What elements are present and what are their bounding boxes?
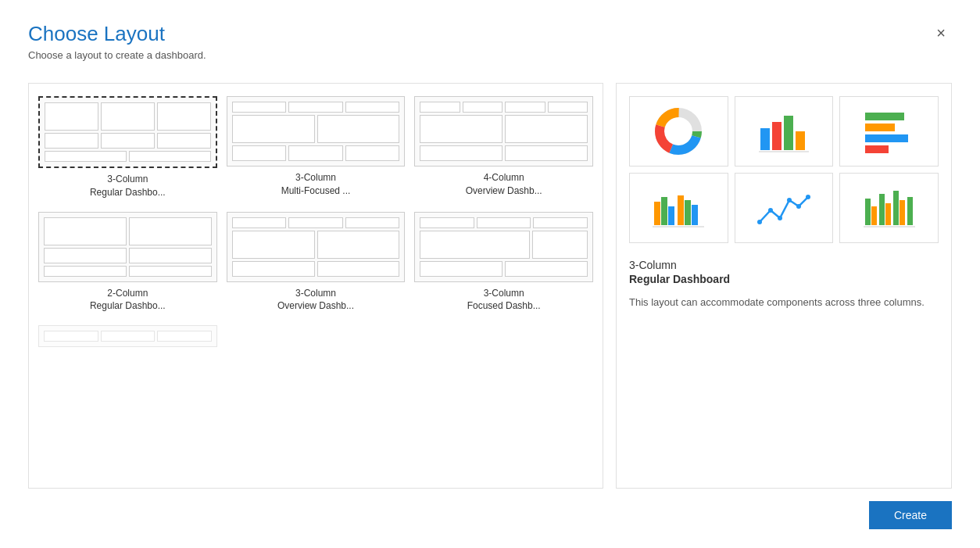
chart-thumb-hbar [839,96,939,167]
svg-point-22 [757,220,762,224]
chart-grid [629,96,939,243]
svg-point-26 [796,204,801,209]
layout-list-panel: 3-ColumnRegular Dashbo... [28,83,603,489]
preview-name-line1: 3-Column [629,259,939,271]
mini-cell [548,102,588,113]
mini-cell [45,133,98,149]
layout-label-3col-overview: 3-ColumnOverview Dashb... [277,287,354,313]
svg-rect-34 [907,197,913,225]
svg-rect-31 [885,203,891,225]
mini-cell [232,261,315,277]
title-block: Choose Layout Choose a layout to create … [28,22,206,61]
chart-thumb-bar3 [839,173,939,243]
mini-cell [317,115,400,143]
dialog-header: Choose Layout Choose a layout to create … [28,22,952,61]
mini-cell [420,261,503,277]
mini-cell [420,217,474,228]
svg-rect-17 [668,206,674,225]
svg-rect-18 [678,195,684,225]
mini-cell [288,145,343,161]
svg-rect-11 [865,113,904,120]
mini-cell [45,151,127,162]
svg-rect-13 [865,134,908,142]
mini-cell [345,145,400,161]
layout-item-partial[interactable] [38,325,217,352]
svg-rect-19 [685,200,691,225]
svg-rect-33 [900,200,905,225]
mini-cell [44,217,127,245]
svg-rect-8 [784,116,793,150]
layout-label-4col-overview: 4-ColumnOverview Dashb... [466,171,542,198]
mini-cell [45,102,98,131]
mini-cell [44,331,98,342]
svg-point-5 [667,120,689,142]
layout-item-3col-multifocused[interactable]: 3-ColumnMulti-Focused ... [227,96,406,199]
preview-name-line2: Regular Dashboard [629,273,939,285]
layout-item-3col-overview[interactable]: 3-ColumnOverview Dashb... [227,212,406,313]
layout-item-3col-regular[interactable]: 3-ColumnRegular Dashbo... [38,96,217,199]
mini-cell [129,151,211,162]
choose-layout-dialog: Choose Layout Choose a layout to create … [0,0,980,548]
layout-preview-3col-focused [414,212,593,282]
mini-cell [420,102,460,113]
dialog-footer: Create [28,489,952,529]
chart-thumb-bar2 [629,173,728,243]
layout-label-3col-focused: 3-ColumnFocused Dashb... [467,287,541,313]
svg-point-25 [787,198,792,202]
mini-cell [129,248,212,263]
svg-point-24 [778,216,782,220]
mini-cell [420,115,503,143]
mini-cell [505,145,588,161]
svg-rect-7 [772,122,781,150]
mini-cell [505,115,588,143]
close-button[interactable]: × [930,22,952,44]
chart-thumb-bar1 [735,96,834,167]
create-button[interactable]: Create [869,501,952,529]
mini-cell [533,217,588,228]
layout-label-3col-multifocused: 3-ColumnMulti-Focused ... [281,171,351,198]
svg-rect-28 [865,199,871,225]
svg-rect-29 [871,206,877,225]
mini-cell [232,102,287,113]
mini-cell [232,115,315,143]
layout-item-3col-focused[interactable]: 3-ColumnFocused Dashb... [414,212,593,313]
mini-cell [463,102,503,113]
mini-cell [420,231,529,259]
mini-cell [157,331,212,342]
mini-cell [157,102,211,131]
chart-thumb-line [735,173,834,243]
layout-item-4col-overview[interactable]: 4-ColumnOverview Dashb... [414,96,593,199]
svg-rect-30 [879,194,885,225]
mini-cell [477,217,531,228]
mini-cell [505,102,545,113]
svg-rect-32 [893,191,899,225]
mini-cell [288,102,343,113]
dialog-title: Choose Layout [28,22,206,46]
mini-cell [129,266,212,277]
chart-thumb-donut [629,96,728,167]
mini-cell [129,217,212,245]
layout-preview-2col-regular [38,212,217,282]
svg-rect-6 [760,128,770,150]
dialog-subtitle: Choose a layout to create a dashboard. [28,49,206,61]
layout-preview-3col-regular [38,96,217,168]
layout-label-3col-regular: 3-ColumnRegular Dashbo... [90,173,166,199]
mini-cell [288,217,343,228]
mini-cell [345,102,400,113]
mini-cell [157,133,211,149]
layout-preview-3col-overview [227,212,406,282]
mini-cell [317,231,400,259]
mini-cell [101,102,155,131]
layout-item-2col-regular[interactable]: 2-ColumnRegular Dashbo... [38,212,217,313]
layout-preview-4col-overview [414,96,593,167]
mini-cell [505,261,588,277]
svg-point-23 [768,208,773,213]
mini-cell [44,266,127,277]
mini-cell [232,231,315,259]
mini-cell [44,248,127,263]
svg-rect-12 [865,124,895,131]
mini-cell [345,217,400,228]
svg-rect-20 [692,205,698,225]
preview-panel: 3-Column Regular Dashboard This layout c… [616,83,952,489]
svg-point-27 [806,195,810,199]
